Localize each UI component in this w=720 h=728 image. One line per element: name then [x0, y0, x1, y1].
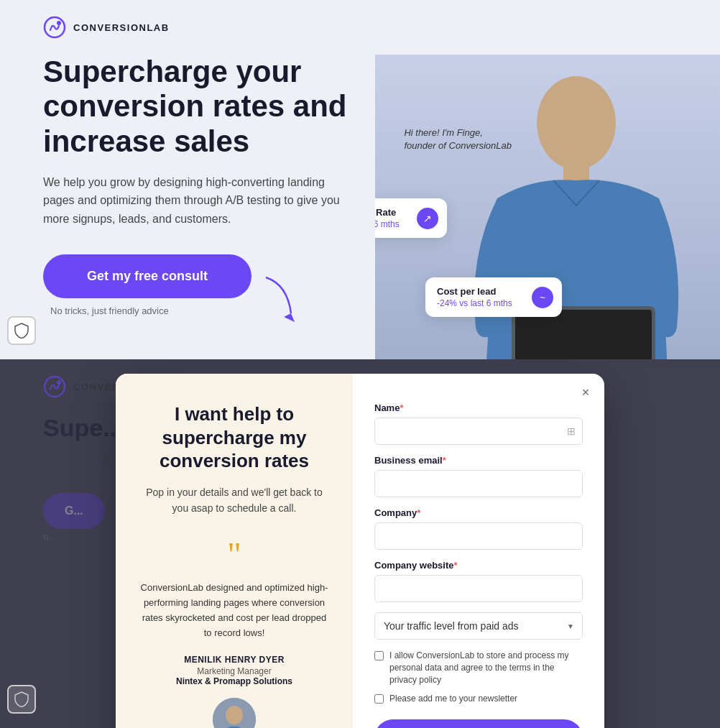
hero-content: Supercharge your conversion rates and in…: [0, 55, 395, 316]
founder-greeting: Hi there! I'm Finge, founder of Conversi…: [404, 126, 512, 152]
cost-per-lead-title: Cost per lead: [437, 286, 522, 297]
cost-per-lead-value: -24% vs last 6 mths: [437, 298, 522, 308]
website-label: Company website*: [374, 560, 583, 571]
cost-per-lead-card: Cost per lead -24% vs last 6 mths ~: [425, 277, 562, 317]
svg-point-1: [57, 21, 61, 25]
newsletter-label: Please add me to your newsletter: [389, 693, 517, 705]
hero-person-area: Hi there! I'm Finge, founder of Conversi…: [375, 55, 720, 359]
modal-subtitle: Pop in your details and we'll get back t…: [137, 484, 331, 517]
consent-group: I allow ConversionLab to store and proce…: [374, 650, 583, 686]
hero-section: CONVERSIONLAB Supercharge your conversio…: [0, 0, 720, 359]
conversion-rate-card: Conversion Rate +36% vs last 6 mths ↗: [375, 198, 447, 238]
cta-button[interactable]: Get my free consult: [43, 254, 251, 298]
company-input[interactable]: [374, 522, 583, 550]
modal-overlay: × I want help to supercharge my conversi…: [0, 359, 720, 728]
email-input[interactable]: [374, 470, 583, 497]
svg-point-11: [226, 706, 243, 724]
email-form-group: Business email*: [374, 455, 583, 497]
newsletter-checkbox[interactable]: [374, 694, 384, 704]
consent-label: I allow ConversionLab to store and proce…: [389, 650, 583, 686]
arrow-decoration: [251, 270, 309, 328]
svg-rect-7: [515, 310, 652, 359]
testimonial-author-company: Nintex & Promapp Solutions: [176, 676, 292, 686]
conversion-rate-title: Conversion Rate: [375, 207, 407, 218]
traffic-dropdown[interactable]: Your traffic level from paid ads Less th…: [374, 612, 583, 640]
brand-name: CONVERSIONLAB: [73, 22, 170, 33]
name-input[interactable]: [374, 418, 583, 445]
hero-title: Supercharge your conversion rates and in…: [43, 55, 352, 159]
svg-marker-2: [284, 313, 295, 322]
shield-icon: [7, 316, 36, 345]
modal-left-panel: I want help to supercharge my conversion…: [116, 374, 353, 728]
traffic-form-group: Your traffic level from paid ads Less th…: [374, 612, 583, 640]
hero-subtitle: We help you grow by designing high-conve…: [43, 173, 345, 229]
testimonial-author-name: MENILIK HENRY DYER: [184, 655, 285, 665]
name-form-group: Name* ⊞: [374, 402, 583, 445]
logo-icon: [43, 16, 66, 39]
company-form-group: Company*: [374, 507, 583, 550]
conversion-rate-value: +36% vs last 6 mths: [375, 219, 407, 229]
email-label: Business email*: [374, 455, 583, 466]
website-input[interactable]: [374, 575, 583, 602]
testimonial-text: ConversionLab designed and optimized hig…: [137, 581, 331, 640]
submit-button[interactable]: Yes, I want help now: [374, 719, 583, 728]
cost-icon: ~: [532, 287, 553, 308]
modal-title: I want help to supercharge my conversion…: [137, 402, 331, 473]
name-label: Name*: [374, 402, 583, 413]
quote-mark: ": [227, 538, 241, 572]
svg-point-4: [537, 76, 616, 170]
name-input-icon: ⊞: [567, 425, 576, 437]
website-form-group: Company website*: [374, 560, 583, 602]
consent-checkbox[interactable]: [374, 651, 384, 660]
newsletter-group: Please add me to your newsletter: [374, 693, 583, 705]
conversion-icon: ↗: [417, 208, 438, 229]
modal-right-panel: Name* ⊞ Business email* Company*: [353, 374, 604, 728]
hero-nav: CONVERSIONLAB: [0, 0, 720, 55]
modal: × I want help to supercharge my conversi…: [116, 374, 604, 728]
testimonial-avatar: [213, 698, 256, 728]
avatar-illustration: [213, 698, 256, 728]
bottom-section: CONVERSIONLAB Supe... We help y... pages…: [0, 359, 720, 728]
testimonial-author-role: Marketing Manager: [197, 666, 271, 676]
company-label: Company*: [374, 507, 583, 518]
